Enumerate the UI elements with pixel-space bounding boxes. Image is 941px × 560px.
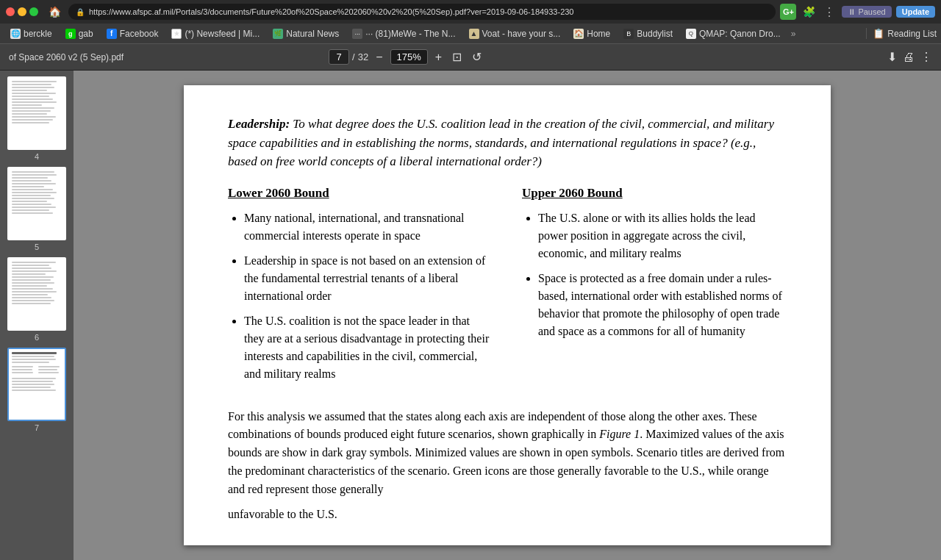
newsfeed-label: (*) Newsfeed | Mi... xyxy=(185,29,260,39)
list-item: The U.S. coalition is not the space lead… xyxy=(244,312,493,383)
thumbnail-sidebar: 4 xyxy=(0,71,74,560)
download-button[interactable]: ⬇ xyxy=(887,50,897,64)
para2-truncated: unfavorable to the U.S. xyxy=(228,506,787,524)
facebook-icon: f xyxy=(107,29,117,39)
home-bm-icon: 🏠 xyxy=(573,29,584,39)
thumbnail-page-7[interactable]: 7 xyxy=(3,348,71,432)
url-text: https://www.afspc.af.mil/Portals/3/docum… xyxy=(89,7,574,16)
update-button[interactable]: Update xyxy=(896,6,935,18)
paused-button[interactable]: ⏸ Paused xyxy=(842,6,891,18)
bookmark-facebook[interactable]: f Facebook xyxy=(101,27,165,40)
minimize-button[interactable] xyxy=(18,7,26,16)
bookmark-gab[interactable]: g gab xyxy=(60,27,99,40)
thumb-page-6-preview xyxy=(7,257,66,331)
natural-news-icon: 🌿 xyxy=(273,29,283,39)
thumbnail-page-4[interactable]: 4 xyxy=(3,76,71,161)
pdf-page-info: 7 / 32 xyxy=(329,49,368,65)
mewe-label: ··· (81)MeWe - The N... xyxy=(365,29,455,39)
leadership-text: To what degree does the U.S. coalition l… xyxy=(228,117,774,168)
bookmark-buddylist[interactable]: B Buddylist xyxy=(618,27,679,40)
list-item: Space is protected as a free domain unde… xyxy=(538,270,787,340)
main-layout: 4 xyxy=(0,71,941,560)
pdf-navigation: 7 / 32 − 175% + ⊡ ↺ xyxy=(329,49,484,65)
qmap-icon: Q xyxy=(686,29,696,39)
extension-actions: G+ 🧩 ⋮ ⏸ Paused Update xyxy=(780,4,935,20)
bookmark-voat[interactable]: ▲ Voat - have your s... xyxy=(463,27,567,40)
pdf-tools: ⬇ 🖨 ⋮ xyxy=(887,50,932,64)
thumb-page-7-preview xyxy=(7,348,66,421)
reading-list-icon: 📋 xyxy=(873,28,884,39)
newsfeed-icon: ★ xyxy=(171,29,182,39)
lower-bound-column: Lower 2060 Bound Many national, internat… xyxy=(228,186,493,390)
upper-bound-heading: Upper 2060 Bound xyxy=(522,186,787,201)
maximize-button[interactable] xyxy=(29,7,38,16)
thumb-5-label: 5 xyxy=(35,243,39,251)
bookmark-newsfeed[interactable]: ★ (*) Newsfeed | Mi... xyxy=(165,27,265,40)
list-item: Leadership in space is not based on an e… xyxy=(244,252,493,305)
ext-icon-1[interactable]: G+ xyxy=(780,4,796,20)
paused-icon: ⏸ xyxy=(848,7,856,16)
thumb-4-label: 4 xyxy=(35,152,39,161)
lock-icon: 🔒 xyxy=(76,8,85,16)
natural-news-label: Natural News xyxy=(286,29,339,39)
gab-icon: g xyxy=(65,29,76,39)
reading-list-label[interactable]: Reading List xyxy=(887,29,937,39)
figure1-reference: Figure 1 xyxy=(599,428,640,440)
qmap-label: QMAP: Qanon Dro... xyxy=(699,29,781,39)
pdf-total-pages: 32 xyxy=(358,51,368,62)
pdf-title: of Space 2060 v2 (5 Sep).pdf xyxy=(9,52,124,62)
pdf-more-button[interactable]: ⋮ xyxy=(920,50,932,64)
close-button[interactable] xyxy=(6,7,15,16)
bookmarks-bar: 🌐 berckle g gab f Facebook ★ (*) Newsfee… xyxy=(0,24,941,44)
pdf-page: Leadership: To what degree does the U.S.… xyxy=(184,85,831,545)
reading-list-section: 📋 Reading List xyxy=(866,28,937,39)
facebook-label: Facebook xyxy=(120,29,159,39)
thumb-7-label: 7 xyxy=(35,423,39,432)
upper-bound-list: The U.S. alone or with its allies holds … xyxy=(522,209,787,340)
zoom-out-button[interactable]: − xyxy=(373,49,385,65)
voat-label: Voat - have your s... xyxy=(482,29,561,39)
analysis-paragraph: For this analysis we assumed that the st… xyxy=(228,408,787,499)
pdf-zoom-level[interactable]: 175% xyxy=(390,49,428,65)
lower-bound-heading: Lower 2060 Bound xyxy=(228,186,493,201)
window-controls xyxy=(6,7,38,16)
bookmarks-more-button[interactable]: » xyxy=(788,27,799,40)
rotate-button[interactable]: ↺ xyxy=(469,49,484,65)
upper-bound-column: Upper 2060 Bound The U.S. alone or with … xyxy=(522,186,787,390)
zoom-in-button[interactable]: + xyxy=(432,49,445,65)
list-item: Many national, international, and transn… xyxy=(244,209,493,245)
leadership-label: Leadership: xyxy=(228,117,290,131)
top-bar: 🏠 🔒 https://www.afspc.af.mil/Portals/3/d… xyxy=(0,0,941,24)
home-bm-label: Home xyxy=(587,29,610,39)
bookmark-home[interactable]: 🏠 Home xyxy=(568,27,616,40)
mewe-icon: ··· xyxy=(352,29,362,39)
gab-label: gab xyxy=(79,29,93,39)
ext-icon-puzzle[interactable]: 🧩 xyxy=(801,4,817,20)
fit-page-button[interactable]: ⊡ xyxy=(449,49,465,65)
two-column-section: Lower 2060 Bound Many national, internat… xyxy=(228,186,787,390)
leadership-paragraph: Leadership: To what degree does the U.S.… xyxy=(228,115,787,171)
thumbnail-page-5[interactable]: 5 xyxy=(3,167,71,251)
pdf-page-number[interactable]: 7 xyxy=(329,49,349,65)
thumbnail-page-6[interactable]: 6 xyxy=(3,257,71,342)
update-label: Update xyxy=(902,7,929,16)
lower-bound-list: Many national, international, and transn… xyxy=(228,209,493,383)
bookmark-qmap[interactable]: Q QMAP: Qanon Dro... xyxy=(680,27,787,40)
bookmark-mewe[interactable]: ··· ··· (81)MeWe - The N... xyxy=(346,27,461,40)
home-icon[interactable]: 🏠 xyxy=(46,4,64,19)
print-button[interactable]: 🖨 xyxy=(903,51,915,64)
address-bar[interactable]: 🔒 https://www.afspc.af.mil/Portals/3/doc… xyxy=(68,4,776,20)
bookmark-natural-news[interactable]: 🌿 Natural News xyxy=(267,27,345,40)
buddylist-label: Buddylist xyxy=(637,29,673,39)
thumb-page-5-preview xyxy=(7,167,66,240)
browser-chrome: 🏠 🔒 https://www.afspc.af.mil/Portals/3/d… xyxy=(0,0,941,71)
bookmark-berckle[interactable]: 🌐 berckle xyxy=(4,27,58,40)
ext-icon-dots[interactable]: ⋮ xyxy=(821,4,837,20)
buddylist-icon: B xyxy=(623,29,634,39)
berckle-label: berckle xyxy=(24,29,52,39)
list-item: The U.S. alone or with its allies holds … xyxy=(538,209,787,262)
pdf-toolbar: of Space 2060 v2 (5 Sep).pdf 7 / 32 − 17… xyxy=(0,44,941,71)
berckle-icon: 🌐 xyxy=(10,29,21,39)
paused-label: Paused xyxy=(858,7,885,16)
pdf-content-area: Leadership: To what degree does the U.S.… xyxy=(74,71,941,560)
